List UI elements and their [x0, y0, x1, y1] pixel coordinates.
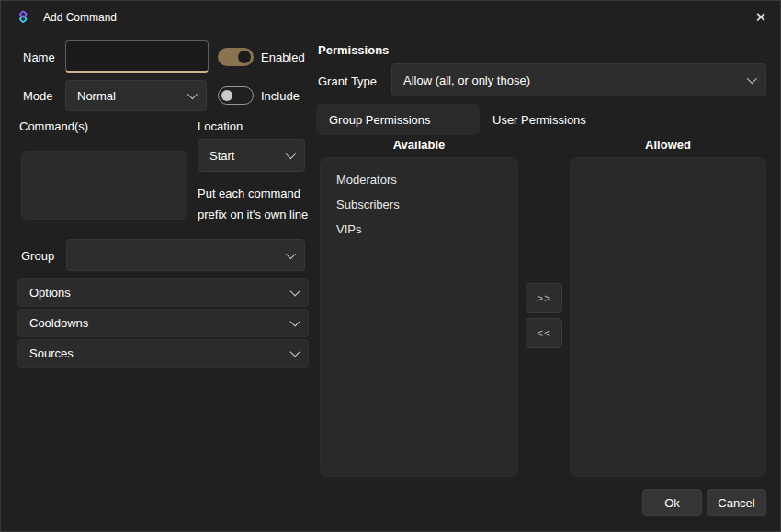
grant-type-label: Grant Type	[318, 74, 377, 88]
name-input[interactable]	[65, 40, 209, 73]
mode-value: Normal	[77, 89, 187, 103]
sources-expander-label: Sources	[29, 346, 289, 360]
commands-label: Command(s)	[19, 119, 88, 133]
name-label: Name	[23, 51, 55, 64]
include-toggle-knob	[221, 90, 232, 101]
options-expander-label: Options	[29, 286, 289, 300]
grant-type-dropdown[interactable]: Allow (all, or only those)	[391, 63, 766, 96]
grant-type-value: Allow (all, or only those)	[403, 74, 747, 87]
location-label: Location	[198, 119, 243, 133]
chevron-down-icon	[747, 74, 757, 84]
ok-button[interactable]: Ok	[642, 489, 702, 516]
available-list[interactable]: Moderators Subscribers VIPs	[320, 157, 518, 477]
close-button[interactable]: ✕	[747, 4, 775, 31]
mode-dropdown[interactable]: Normal	[65, 80, 207, 111]
enabled-toggle[interactable]	[218, 48, 254, 66]
available-header: Available	[320, 138, 518, 152]
tab-user-permissions[interactable]: User Permissions	[480, 104, 636, 135]
location-dropdown[interactable]: Start	[198, 139, 305, 172]
commands-textarea[interactable]	[21, 151, 187, 220]
cooldowns-expander-label: Cooldowns	[29, 316, 289, 330]
list-item[interactable]: VIPs	[321, 217, 517, 242]
cooldowns-expander[interactable]: Cooldowns	[17, 309, 309, 337]
location-hint-text: Put each command prefix on it's own line	[198, 183, 310, 225]
chevron-down-icon	[286, 149, 296, 159]
window-title: Add Command	[43, 11, 117, 24]
add-command-dialog: Add Command ✕ Name Enabled Mode Normal I…	[0, 0, 781, 532]
enabled-toggle-knob	[238, 51, 251, 63]
include-label: Include	[261, 89, 300, 103]
chevron-down-icon	[187, 89, 198, 99]
sources-expander[interactable]: Sources	[17, 339, 309, 368]
tab-user-permissions-label: User Permissions	[492, 113, 586, 127]
move-right-button[interactable]: >>	[526, 283, 562, 313]
chevron-down-icon	[289, 286, 300, 296]
allowed-header: Allowed	[570, 138, 766, 152]
tab-group-permissions[interactable]: Group Permissions	[316, 104, 480, 135]
options-expander[interactable]: Options	[17, 278, 309, 307]
tab-group-permissions-label: Group Permissions	[329, 113, 431, 127]
chevron-down-icon	[289, 316, 300, 326]
cancel-button[interactable]: Cancel	[707, 489, 766, 516]
app-logo-icon	[17, 10, 30, 24]
title-bar: Add Command ✕	[1, 1, 780, 33]
list-item[interactable]: Moderators	[321, 167, 517, 192]
chevron-down-icon	[289, 346, 300, 357]
chevron-down-icon	[286, 248, 296, 258]
permissions-header: Permissions	[318, 43, 389, 57]
move-left-button[interactable]: <<	[526, 318, 562, 348]
include-toggle[interactable]	[218, 86, 254, 105]
group-dropdown[interactable]	[66, 239, 305, 271]
list-item[interactable]: Subscribers	[321, 192, 517, 217]
allowed-list[interactable]	[570, 157, 766, 477]
group-label: Group	[21, 249, 54, 263]
mode-label: Mode	[23, 89, 53, 103]
enabled-label: Enabled	[261, 51, 305, 64]
location-value: Start	[209, 149, 286, 163]
